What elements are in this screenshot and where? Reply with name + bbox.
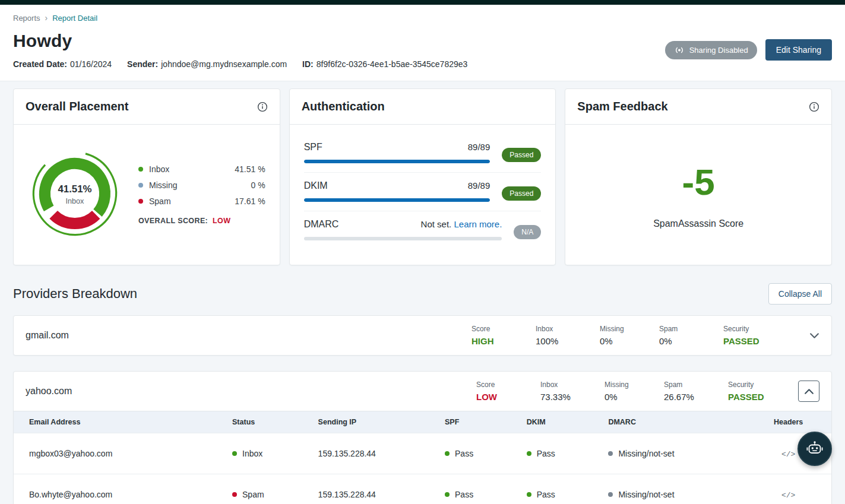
- dmarc-status-text: Not set.: [421, 219, 452, 229]
- placement-donut-chart: 41.51% Inbox: [28, 147, 122, 243]
- dmarc-row: DMARC Not set. Learn more. N/A: [304, 211, 542, 249]
- providers-breakdown-title: Providers Breakdown: [13, 286, 137, 302]
- spam-dot-icon: [232, 492, 237, 497]
- dkim-label: DKIM: [304, 180, 328, 191]
- table-row: mgbox03@yahoo.com Inbox 159.135.228.44 P…: [14, 433, 831, 474]
- placement-legend: Inbox 41.51 % Missing 0 % Spam 17.61 % O…: [138, 164, 265, 225]
- created-date-value: 01/16/2024: [70, 59, 112, 69]
- sharing-disabled-label: Sharing Disabled: [689, 46, 748, 55]
- authentication-title: Authentication: [302, 100, 385, 113]
- provider-inbox-stat: Inbox 73.33%: [540, 381, 605, 402]
- page-title: Howdy: [13, 31, 467, 51]
- stat-label: Missing: [600, 325, 659, 333]
- edit-sharing-button[interactable]: Edit Sharing: [765, 39, 832, 61]
- inbox-dot-icon: [138, 167, 143, 172]
- spamassassin-caption: SpamAssassin Score: [653, 218, 743, 229]
- dkim-score: 89/89: [468, 180, 490, 191]
- provider-domain: yahoo.com: [26, 386, 476, 397]
- spf-value: Pass: [455, 449, 473, 458]
- svg-text:41.51%: 41.51%: [58, 183, 91, 195]
- provider-security-stat: Security PASSED: [723, 325, 793, 346]
- legend-label: Spam: [149, 196, 235, 206]
- breadcrumb-reports-link[interactable]: Reports: [13, 14, 40, 23]
- top-app-bar: [0, 0, 845, 5]
- sharing-disabled-button[interactable]: Sharing Disabled: [665, 41, 757, 59]
- dmarc-value: Missing/not-set: [618, 449, 674, 458]
- spamassassin-score: -5: [682, 161, 715, 203]
- page-header: Reports › Report Detail Howdy Created Da…: [0, 5, 845, 81]
- email-address: mgbox03@yahoo.com: [14, 449, 226, 458]
- stat-value: PASSED: [728, 392, 798, 402]
- status-cell: Spam: [226, 490, 312, 499]
- created-date: Created Date:01/16/2024: [13, 59, 112, 69]
- dkim-value: Pass: [537, 490, 555, 499]
- info-icon[interactable]: [257, 102, 268, 112]
- provider-row-gmail[interactable]: gmail.com Score HIGH Inbox 100% Missing …: [14, 316, 831, 355]
- overall-placement-title: Overall Placement: [26, 100, 128, 113]
- dkim-value: Pass: [537, 449, 555, 458]
- broadcast-icon: [674, 46, 685, 54]
- dmarc-learn-more-link[interactable]: Learn more.: [454, 219, 502, 229]
- report-id: ID:8f9f6f2c-0326-4ee1-b5ae-3545ce7829e3: [302, 59, 467, 69]
- col-status: Status: [226, 418, 312, 426]
- stat-value: 0%: [605, 392, 664, 402]
- detail-table-header: Email Address Status Sending IP SPF DKIM…: [14, 411, 831, 433]
- email-address: Bo.whyte@yahoo.com: [14, 490, 226, 499]
- header-left: Howdy Created Date:01/16/2024 Sender:joh…: [13, 31, 467, 69]
- stat-value: LOW: [476, 392, 540, 402]
- provider-spam-stat: Spam 26.67%: [664, 381, 728, 402]
- spam-dot-icon: [138, 199, 143, 204]
- spam-feedback-card: Spam Feedback -5 SpamAssassin Score: [565, 88, 832, 265]
- overall-placement-card: Overall Placement 41.51% Inbox: [13, 88, 280, 265]
- info-icon[interactable]: [809, 102, 819, 112]
- pass-dot-icon: [445, 451, 450, 456]
- view-headers-code-icon[interactable]: </>: [781, 491, 795, 500]
- collapse-all-button[interactable]: Collapse All: [768, 283, 832, 305]
- provider-card-gmail: gmail.com Score HIGH Inbox 100% Missing …: [13, 315, 832, 356]
- chevron-up-icon[interactable]: [798, 381, 819, 402]
- view-headers-code-icon[interactable]: </>: [781, 450, 795, 459]
- provider-domain: gmail.com: [26, 330, 471, 341]
- dmarc-progress-bar: [304, 237, 502, 240]
- spf-score: 89/89: [468, 142, 490, 153]
- sending-ip: 159.135.228.44: [312, 449, 439, 458]
- overall-score-value: LOW: [213, 217, 230, 225]
- missing-dot-icon: [608, 451, 613, 456]
- pass-dot-icon: [445, 492, 450, 497]
- provider-row-yahoo[interactable]: yahoo.com Score LOW Inbox 73.33% Missing…: [14, 372, 831, 411]
- status-cell: Inbox: [226, 449, 312, 458]
- dmarc-status-badge: N/A: [514, 225, 541, 239]
- dmarc-cell: Missing/not-set: [602, 449, 745, 458]
- spf-cell: Pass: [439, 490, 521, 499]
- provider-security-stat: Security PASSED: [728, 381, 798, 402]
- yahoo-detail-table: Email Address Status Sending IP SPF DKIM…: [14, 411, 831, 504]
- inbox-dot-icon: [232, 451, 237, 456]
- stat-value: 73.33%: [540, 392, 605, 402]
- stat-label: Spam: [664, 381, 728, 389]
- missing-dot-icon: [138, 183, 143, 188]
- legend-item-inbox: Inbox 41.51 %: [138, 164, 265, 174]
- report-id-value: 8f9f6f2c-0326-4ee1-b5ae-3545ce7829e3: [317, 59, 468, 69]
- report-id-label: ID:: [302, 59, 314, 69]
- chatbot-button[interactable]: [797, 432, 832, 466]
- sender-value: johndoe@mg.mydnsexample.com: [161, 59, 287, 69]
- legend-value: 17.61 %: [235, 196, 265, 206]
- col-dkim: DKIM: [521, 418, 603, 426]
- created-date-label: Created Date:: [13, 59, 67, 69]
- stat-label: Spam: [659, 325, 723, 333]
- sender: Sender:johndoe@mg.mydnsexample.com: [127, 59, 287, 69]
- provider-missing-stat: Missing 0%: [605, 381, 664, 402]
- provider-spam-stat: Spam 0%: [659, 325, 723, 346]
- chevron-down-icon[interactable]: [793, 332, 819, 339]
- stat-label: Score: [476, 381, 540, 389]
- breadcrumb-current: Report Detail: [52, 14, 97, 23]
- table-row: Bo.whyte@yahoo.com Spam 159.135.228.44 P…: [14, 474, 831, 504]
- breadcrumb-separator-icon: ›: [45, 13, 48, 23]
- dkim-row: DKIM 89/89 Passed: [304, 172, 542, 211]
- sending-ip: 159.135.228.44: [312, 490, 439, 499]
- col-email-address: Email Address: [14, 418, 226, 426]
- col-headers: Headers: [745, 418, 831, 426]
- stat-value: PASSED: [723, 336, 793, 346]
- legend-item-missing: Missing 0 %: [138, 180, 265, 190]
- stat-label: Security: [728, 381, 798, 389]
